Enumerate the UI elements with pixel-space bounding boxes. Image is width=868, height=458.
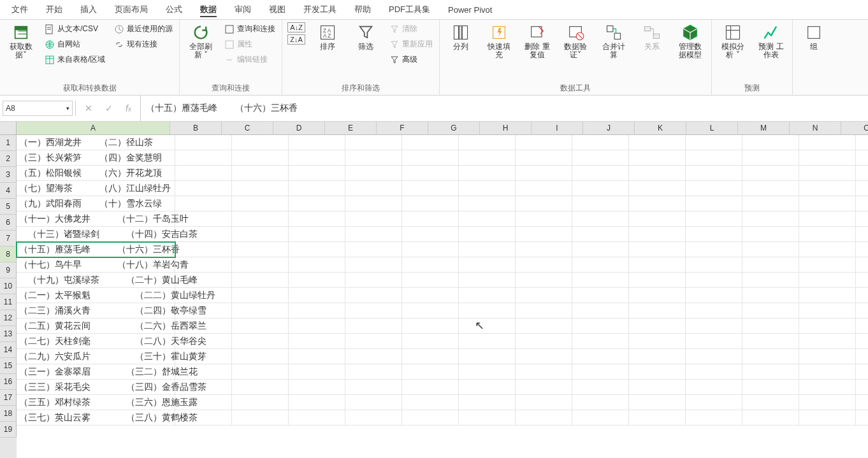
cell-B12[interactable]: [175, 303, 232, 318]
cell-J8[interactable]: [629, 242, 686, 257]
cell-E17[interactable]: [345, 380, 402, 395]
cell-B5[interactable]: [175, 196, 232, 211]
cell-H12[interactable]: [516, 303, 572, 318]
col-header-M[interactable]: M: [738, 122, 790, 134]
formula-input[interactable]: （十五）雁荡毛峰 （十六）三杯香: [141, 101, 868, 115]
cell-M13[interactable]: [799, 318, 856, 334]
cell-E15[interactable]: [345, 349, 402, 364]
row-header-2[interactable]: 2: [0, 151, 17, 167]
cell-H2[interactable]: [516, 150, 572, 166]
name-box[interactable]: A8 ▾: [3, 101, 73, 116]
cell-I14[interactable]: [572, 334, 629, 349]
cell-J1[interactable]: [629, 135, 686, 150]
cell-D18[interactable]: [289, 395, 345, 410]
cell-M8[interactable]: [799, 242, 856, 257]
cell-A11[interactable]: （二一）太平猴魁 （二二）黄山绿牡丹: [17, 288, 175, 303]
cell-J6[interactable]: [629, 211, 686, 227]
cell-C14[interactable]: [232, 334, 289, 349]
cell-E2[interactable]: [345, 150, 402, 166]
cell-B7[interactable]: [175, 227, 232, 242]
cell-K9[interactable]: [686, 257, 742, 273]
cell-L11[interactable]: [742, 288, 799, 303]
col-header-C[interactable]: C: [222, 122, 273, 134]
row-header-13[interactable]: 13: [0, 326, 17, 342]
cell-M18[interactable]: [799, 395, 856, 410]
recent-sources-button[interactable]: 最近使用的源: [113, 22, 174, 36]
cell-M4[interactable]: [799, 181, 856, 196]
cell-D2[interactable]: [289, 150, 345, 166]
cell-A2[interactable]: （三）长兴紫笋 （四）金奖慧明: [17, 150, 175, 166]
cell-E13[interactable]: [345, 318, 402, 334]
data-model-button[interactable]: 管理数 据模型: [674, 22, 706, 61]
cell-K14[interactable]: [686, 334, 742, 349]
cell-K4[interactable]: [686, 181, 742, 196]
cell-E9[interactable]: [345, 257, 402, 273]
cell-N16[interactable]: [856, 364, 868, 380]
cell-N17[interactable]: [856, 380, 868, 395]
cell-M11[interactable]: [799, 288, 856, 303]
col-header-L[interactable]: L: [686, 122, 738, 134]
cell-E14[interactable]: [345, 334, 402, 349]
cell-G2[interactable]: [459, 150, 516, 166]
cell-J3[interactable]: [629, 166, 686, 181]
cell-G8[interactable]: [459, 242, 516, 257]
filter-button[interactable]: 筛选: [350, 22, 382, 52]
cell-G4[interactable]: [459, 181, 516, 196]
cell-D3[interactable]: [289, 166, 345, 181]
cell-A4[interactable]: （七）望海茶 （八）江山绿牡丹: [17, 181, 175, 196]
tab-视图[interactable]: 视图: [260, 1, 294, 18]
cell-C17[interactable]: [232, 380, 289, 395]
cell-N2[interactable]: [856, 150, 868, 166]
cell-A17[interactable]: （三三）采花毛尖 （三四）金香品雪茶: [17, 380, 175, 395]
cell-N7[interactable]: [856, 227, 868, 242]
cell-I18[interactable]: [572, 395, 629, 410]
cell-G18[interactable]: [459, 395, 516, 410]
row-header-19[interactable]: 19: [0, 422, 17, 438]
cell-F9[interactable]: [402, 257, 459, 273]
cell-A7[interactable]: （十三）诸暨绿剑 （十四）安吉白茶: [17, 227, 175, 242]
col-header-H[interactable]: H: [480, 122, 532, 134]
cell-D13[interactable]: [289, 318, 345, 334]
cell-J15[interactable]: [629, 349, 686, 364]
cell-G5[interactable]: [459, 196, 516, 211]
cell-B4[interactable]: [175, 181, 232, 196]
cell-M10[interactable]: [799, 273, 856, 288]
row-header-10[interactable]: 10: [0, 278, 17, 294]
tab-帮助[interactable]: 帮助: [345, 1, 380, 18]
cell-H19[interactable]: [516, 410, 572, 426]
cell-I13[interactable]: [572, 318, 629, 334]
cell-L5[interactable]: [742, 196, 799, 211]
cell-I12[interactable]: [572, 303, 629, 318]
col-header-D[interactable]: D: [273, 122, 325, 134]
row-header-7[interactable]: 7: [0, 231, 17, 247]
cell-H5[interactable]: [516, 196, 572, 211]
tab-开始[interactable]: 开始: [37, 1, 71, 18]
cell-K6[interactable]: [686, 211, 742, 227]
cell-L19[interactable]: [742, 410, 799, 426]
cell-L6[interactable]: [742, 211, 799, 227]
cell-C18[interactable]: [232, 395, 289, 410]
cell-G7[interactable]: [459, 227, 516, 242]
cell-F6[interactable]: [402, 211, 459, 227]
cell-H4[interactable]: [516, 181, 572, 196]
cell-I6[interactable]: [572, 211, 629, 227]
cell-M5[interactable]: [799, 196, 856, 211]
row-header-18[interactable]: 18: [0, 406, 17, 422]
cell-N18[interactable]: [856, 395, 868, 410]
cell-F7[interactable]: [402, 227, 459, 242]
cell-G10[interactable]: [459, 273, 516, 288]
cell-K12[interactable]: [686, 303, 742, 318]
tab-公式[interactable]: 公式: [157, 1, 191, 18]
cell-F8[interactable]: [402, 242, 459, 257]
cell-J16[interactable]: [629, 364, 686, 380]
cell-E5[interactable]: [345, 196, 402, 211]
cell-A16[interactable]: （三一）金寨翠眉 （三二）舒城兰花: [17, 364, 175, 380]
cell-G3[interactable]: [459, 166, 516, 181]
cell-H8[interactable]: [516, 242, 572, 257]
cell-I8[interactable]: [572, 242, 629, 257]
cell-F5[interactable]: [402, 196, 459, 211]
cell-D14[interactable]: [289, 334, 345, 349]
cell-M2[interactable]: [799, 150, 856, 166]
cell-H6[interactable]: [516, 211, 572, 227]
cell-D9[interactable]: [289, 257, 345, 273]
